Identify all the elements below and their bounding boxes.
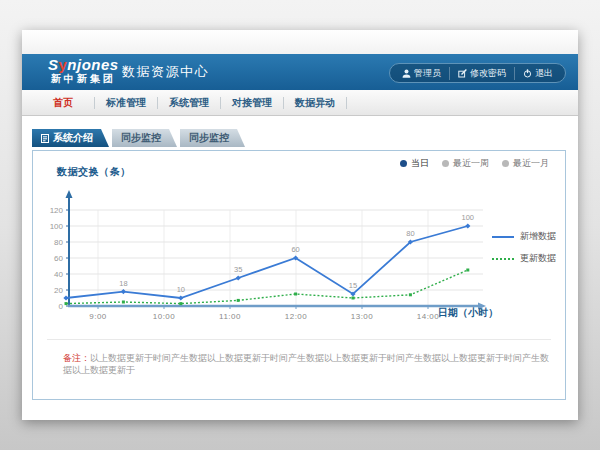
- data-point: [350, 291, 355, 296]
- legend-label: 新增数据: [520, 230, 556, 243]
- logo[interactable]: Synjones 新中新集团: [48, 57, 119, 84]
- svg-text:0: 0: [59, 302, 64, 311]
- range-radio-2[interactable]: 最近一月: [502, 157, 549, 170]
- legend-label: 更新数据: [520, 252, 556, 265]
- data-point: [178, 295, 183, 300]
- svg-text:120: 120: [50, 206, 64, 215]
- svg-text:80: 80: [406, 229, 414, 238]
- svg-text:60: 60: [54, 254, 63, 263]
- y-axis-title: 数据交换（条）: [57, 165, 131, 179]
- svg-text:60: 60: [291, 245, 299, 254]
- svg-text:9:00: 9:00: [89, 312, 107, 321]
- tab-label: 同步监控: [189, 131, 229, 145]
- tab-label: 系统介绍: [53, 131, 93, 145]
- logo-subtext: 新中新集团: [48, 74, 119, 84]
- svg-text:10:00: 10:00: [153, 312, 176, 321]
- tab-label: 同步监控: [121, 131, 161, 145]
- data-point: [237, 299, 240, 302]
- content-area: 系统介绍同步监控同步监控 当日最近一周最近一月 数据交换（条） 02040608…: [22, 116, 578, 420]
- chart-panel: 当日最近一周最近一月 数据交换（条） 0204060801001209:0010…: [32, 150, 566, 400]
- range-radio-0[interactable]: 当日: [400, 157, 429, 170]
- chart-legend: 新增数据更新数据: [492, 230, 556, 265]
- user-icon: [402, 69, 411, 78]
- data-point: [65, 302, 68, 305]
- legend-item-1: 更新数据: [492, 252, 556, 265]
- legend-swatch-icon: [492, 258, 514, 260]
- radio-dot-icon: [502, 160, 509, 167]
- footnote-label: 备注：: [63, 353, 90, 363]
- radio-label: 最近一周: [453, 157, 489, 170]
- data-point: [409, 293, 412, 296]
- data-point: [236, 275, 241, 280]
- legend-item-0: 新增数据: [492, 230, 556, 243]
- svg-text:14:00: 14:00: [417, 312, 440, 321]
- data-point: [294, 293, 297, 296]
- radio-label: 最近一月: [513, 157, 549, 170]
- app-header: Synjones 新中新集团 数据资源中心 管理员修改密码退出: [22, 54, 578, 90]
- svg-text:35: 35: [234, 265, 242, 274]
- tab-bar: 系统介绍同步监控同步监控: [32, 129, 245, 147]
- nav-item-4[interactable]: 数据异动: [284, 96, 346, 110]
- nav-item-3[interactable]: 对接管理: [221, 96, 283, 110]
- data-point: [465, 223, 470, 228]
- radio-label: 当日: [411, 157, 429, 170]
- tab-2[interactable]: 同步监控: [180, 129, 245, 147]
- svg-text:20: 20: [54, 286, 63, 295]
- svg-text:11:00: 11:00: [219, 312, 241, 321]
- user-menu: 管理员修改密码退出: [389, 63, 566, 83]
- data-point: [121, 289, 126, 294]
- legend-swatch-icon: [492, 236, 514, 238]
- power-icon: [523, 69, 532, 78]
- page: Synjones 新中新集团 数据资源中心 管理员修改密码退出 首页标准管理系统…: [0, 0, 600, 450]
- svg-text:18: 18: [119, 279, 127, 288]
- divider: [47, 339, 551, 340]
- svg-text:10: 10: [177, 285, 185, 294]
- user-menu-label: 修改密码: [470, 67, 506, 80]
- radio-dot-icon: [400, 160, 407, 167]
- main-nav: 首页标准管理系统管理对接管理数据异动: [22, 90, 578, 116]
- user-menu-logout[interactable]: 退出: [514, 67, 561, 80]
- y-axis-arrow-icon: [66, 190, 73, 198]
- user-menu-label: 管理员: [414, 67, 441, 80]
- footnote: 备注：以上数据更新于时间产生数据以上数据更新于时间产生数据以上数据更新于时间产生…: [63, 353, 555, 376]
- nav-divider: [346, 97, 347, 109]
- svg-text:12:00: 12:00: [285, 312, 308, 321]
- nav-item-1[interactable]: 标准管理: [95, 96, 157, 110]
- series-line-1: [66, 270, 468, 304]
- edit-icon: [458, 69, 467, 78]
- nav-item-0[interactable]: 首页: [32, 96, 94, 110]
- page-title: 数据资源中心: [122, 54, 209, 90]
- nav-item-2[interactable]: 系统管理: [158, 96, 220, 110]
- series-line-0: [66, 226, 468, 298]
- data-point: [63, 295, 68, 300]
- app-window: Synjones 新中新集团 数据资源中心 管理员修改密码退出 首页标准管理系统…: [22, 30, 578, 420]
- svg-text:13:00: 13:00: [351, 312, 374, 321]
- svg-text:100: 100: [462, 213, 475, 222]
- logo-text: Synjones: [48, 57, 119, 72]
- data-point: [408, 239, 413, 244]
- x-axis-title: 日期（小时）: [438, 306, 498, 320]
- user-menu-change-password[interactable]: 修改密码: [449, 67, 514, 80]
- tab-1[interactable]: 同步监控: [112, 129, 177, 147]
- doc-icon: [41, 134, 49, 143]
- data-point: [466, 269, 469, 272]
- user-menu-account[interactable]: 管理员: [394, 67, 449, 80]
- data-point: [122, 301, 125, 304]
- user-menu-label: 退出: [535, 67, 553, 80]
- range-radio-1[interactable]: 最近一周: [442, 157, 489, 170]
- svg-text:15: 15: [349, 281, 357, 290]
- data-point: [293, 255, 298, 260]
- line-chart: 0204060801001209:0010:0011:0012:0013:001…: [33, 179, 567, 321]
- svg-text:100: 100: [50, 222, 64, 231]
- tab-0[interactable]: 系统介绍: [32, 129, 109, 147]
- svg-text:40: 40: [54, 270, 63, 279]
- range-radio-group: 当日最近一周最近一月: [400, 157, 549, 170]
- data-point: [352, 297, 355, 300]
- data-point: [179, 302, 182, 305]
- svg-text:80: 80: [54, 238, 63, 247]
- radio-dot-icon: [442, 160, 449, 167]
- footnote-text: 以上数据更新于时间产生数据以上数据更新于时间产生数据以上数据更新于时间产生数据以…: [63, 353, 549, 375]
- window-top-strip: [22, 30, 578, 54]
